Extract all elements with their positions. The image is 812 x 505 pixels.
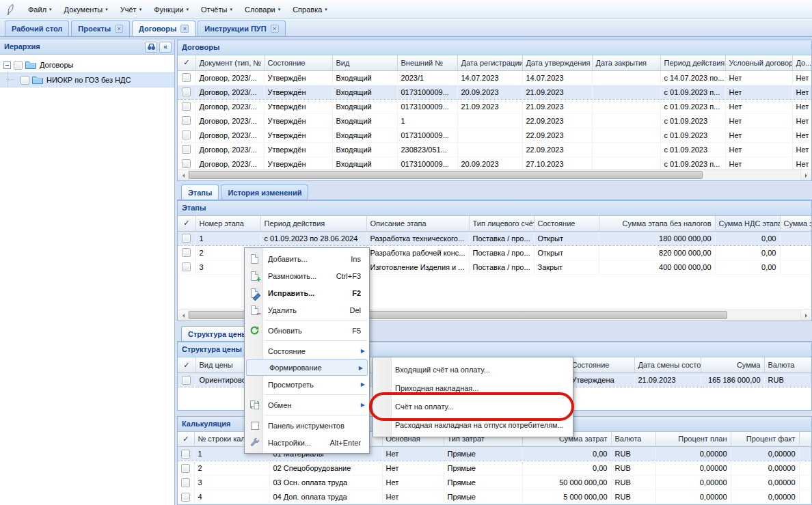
tab-1[interactable]: История изменений <box>221 185 308 200</box>
select-all-header[interactable]: ✓ <box>178 357 195 372</box>
column-header[interactable]: Условный договор <box>725 55 792 70</box>
menu-item-state[interactable]: Состояние▶ <box>245 342 369 359</box>
column-header[interactable]: Вид <box>332 55 397 70</box>
row-checkbox[interactable] <box>182 376 191 385</box>
submenu-item-outgoing-note[interactable]: Расходная накладная на отпуск потребител… <box>373 415 573 434</box>
tab-0[interactable]: Рабочий стол <box>5 21 69 36</box>
table-row[interactable]: 303 Осн. оплата трудаНетПрямые50 000 000… <box>178 476 811 490</box>
scroll-right-button[interactable] <box>800 170 811 180</box>
column-header[interactable]: Дата закрытия <box>592 55 660 70</box>
row-checkbox[interactable] <box>181 493 190 502</box>
row-checkbox[interactable] <box>182 262 191 271</box>
row-checkbox[interactable] <box>181 478 190 487</box>
menubar-item-0[interactable]: Файл▾ <box>22 3 58 16</box>
menu-item-generate[interactable]: Формирование▶ <box>246 359 368 376</box>
select-all-header[interactable]: ✓ <box>178 55 195 70</box>
column-header[interactable]: Состояние <box>568 357 634 372</box>
select-all-header[interactable]: ✓ <box>178 432 194 447</box>
tree-node-checkbox[interactable] <box>14 61 23 70</box>
close-tab-icon[interactable]: × <box>271 25 279 33</box>
menu-item-delete[interactable]: УдалитьDel <box>245 301 369 318</box>
menu-item-settings[interactable]: Настройки...Alt+Enter <box>245 434 369 451</box>
menubar-item-5[interactable]: Словари▾ <box>239 3 286 16</box>
row-checkbox[interactable] <box>182 145 191 154</box>
column-header[interactable]: Сумма <box>701 357 764 372</box>
table-row[interactable]: 404 Доп. оплата трудаНетПрямые5 000 000,… <box>178 490 811 504</box>
row-checkbox[interactable] <box>182 248 191 257</box>
menubar-item-6[interactable]: Справка▾ <box>286 3 334 16</box>
tree-node-checkbox[interactable] <box>21 76 29 85</box>
table-row[interactable]: Договор, 2023/...УтверждёнВходящий017310… <box>178 128 811 142</box>
tab-3[interactable]: Инструкции ПУП× <box>198 21 285 36</box>
row-checkbox[interactable] <box>182 159 191 168</box>
column-header[interactable]: Дата утверждения <box>522 55 592 70</box>
column-header[interactable]: До... <box>792 55 811 70</box>
tab-1[interactable]: Проекты× <box>71 21 130 36</box>
column-header[interactable] <box>799 432 811 447</box>
tab-0[interactable]: Этапы <box>181 185 219 200</box>
column-header[interactable]: Сумма этапа без налогов <box>599 216 715 231</box>
column-header[interactable]: Состояние <box>534 216 599 231</box>
collapse-node-icon[interactable] <box>3 62 11 69</box>
submenu-item-payment-invoice[interactable]: Счёт на оплату... <box>373 397 573 415</box>
tab-2[interactable]: Договоры× <box>132 21 195 36</box>
menu-item-toolbar-panel[interactable]: Панель инструментов <box>245 417 369 434</box>
tree-node[interactable]: Договоры <box>0 57 174 72</box>
close-tab-icon[interactable]: × <box>180 25 189 33</box>
menu-item-refresh[interactable]: ОбновитьF5 <box>245 322 369 339</box>
column-header[interactable]: Номер этапа <box>195 216 260 231</box>
select-all-header[interactable]: ✓ <box>178 216 195 231</box>
column-header[interactable]: Период действия.. <box>660 55 725 70</box>
scroll-thumb[interactable] <box>189 171 703 179</box>
submenu-item-incoming-invoice[interactable]: Входящий счёт на оплату... <box>373 360 573 379</box>
column-header[interactable]: Дата смены состоя <box>634 357 701 372</box>
table-row[interactable]: Договор, 2023/...УтверждёнВходящий017310… <box>178 85 811 99</box>
column-header[interactable]: Состояние <box>264 55 332 70</box>
search-icon[interactable] <box>145 42 157 53</box>
row-checkbox[interactable] <box>182 102 191 111</box>
row-checkbox[interactable] <box>182 73 191 82</box>
column-header[interactable]: Валюта <box>764 357 811 372</box>
menubar-item-2[interactable]: Учёт▾ <box>114 3 148 16</box>
close-tab-icon[interactable]: × <box>115 25 123 33</box>
row-checkbox[interactable] <box>182 131 191 139</box>
row-checkbox[interactable] <box>181 450 190 459</box>
scroll-track[interactable] <box>189 170 800 180</box>
tree-node[interactable]: НИОКР по ГОЗ без НДС <box>0 72 174 87</box>
menubar-item-4[interactable]: Отчёты▾ <box>195 3 239 16</box>
column-header[interactable]: Тип лицевого счёт <box>469 216 534 231</box>
column-header[interactable]: Дата регистрации. <box>457 55 522 70</box>
menu-item-exchange[interactable]: Обмен▶ <box>245 396 369 413</box>
column-header[interactable]: Процент факт <box>731 432 799 447</box>
horizontal-scrollbar[interactable] <box>178 169 811 180</box>
column-header[interactable]: Сумма НДС этапа <box>715 216 780 231</box>
table-row[interactable]: 202 СпецоборудованиеНетПрямые0,00RUB0,00… <box>178 461 811 476</box>
table-row[interactable]: 1с 01.09.2023 по 28.06.2024Разработка те… <box>178 231 811 245</box>
scroll-left-button[interactable] <box>178 170 189 180</box>
menu-item-duplicate[interactable]: Размножить...Ctrl+F3 <box>245 267 369 284</box>
column-header[interactable]: Период действия <box>260 216 366 231</box>
column-header[interactable]: Сумма эт... <box>780 216 811 231</box>
collapse-panel-icon[interactable]: « <box>159 42 172 53</box>
table-row[interactable]: Договор, 2023/...УтверждёнВходящий230823… <box>178 142 811 156</box>
submenu-item-receipt-note[interactable]: Приходная накладная... <box>373 379 573 397</box>
table-row[interactable]: Договор, 2023/...УтверждёнВходящий2023/1… <box>178 70 811 85</box>
column-header[interactable]: Документ (тип, № <box>195 55 264 70</box>
menu-item-add[interactable]: Добавить...Ins <box>245 250 369 267</box>
column-header[interactable]: Внешний № <box>397 55 457 70</box>
scroll-right-button[interactable] <box>800 310 811 320</box>
column-header[interactable]: Валюта <box>611 432 655 447</box>
row-checkbox[interactable] <box>181 464 190 473</box>
column-header[interactable]: Описание этапа <box>366 216 469 231</box>
table-row[interactable]: Договор, 2023/...УтверждёнВходящий122.09… <box>178 113 811 128</box>
row-checkbox[interactable] <box>182 234 191 243</box>
row-checkbox[interactable] <box>182 87 191 96</box>
menu-item-view[interactable]: Просмотреть▶ <box>245 376 369 393</box>
menubar-item-3[interactable]: Функции▾ <box>148 3 195 16</box>
row-checkbox[interactable] <box>182 116 191 125</box>
menubar-item-1[interactable]: Документы▾ <box>58 3 114 16</box>
table-row[interactable]: Договор, 2023/...УтверждёнВходящий017310… <box>178 99 811 113</box>
column-header[interactable]: Процент план <box>655 432 731 447</box>
menu-item-edit[interactable]: Исправить...F2 <box>245 284 369 301</box>
scroll-left-button[interactable] <box>178 310 189 320</box>
